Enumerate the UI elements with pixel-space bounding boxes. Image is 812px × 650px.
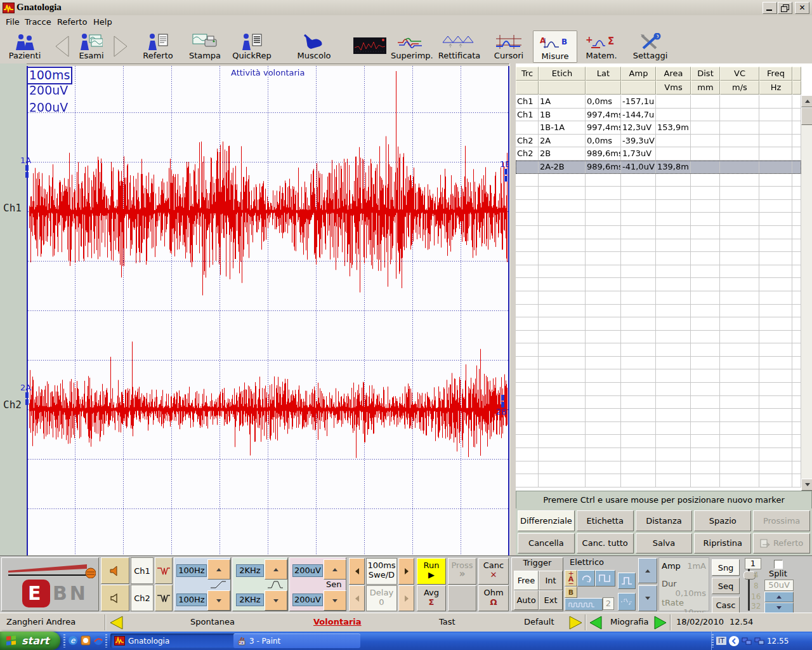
table-row[interactable]: Ch11A0,0ms-157,1u — [516, 95, 801, 109]
col-area[interactable]: Area — [656, 67, 691, 81]
table-row[interactable] — [516, 317, 801, 331]
stim-pulse-button[interactable] — [595, 570, 615, 587]
stim-loop-button[interactable] — [577, 570, 595, 587]
sweep-prev-button[interactable] — [349, 558, 365, 585]
phase-prev-icon[interactable] — [108, 616, 124, 630]
stim-train-button[interactable] — [565, 598, 603, 611]
table-row[interactable] — [516, 278, 801, 291]
network-icon[interactable] — [742, 637, 752, 646]
etichetta-button[interactable]: Etichetta — [577, 510, 634, 531]
stim-single-pulse-button[interactable] — [618, 573, 636, 589]
marker-1b-handle[interactable] — [504, 169, 508, 175]
trigger-int-button[interactable]: Int — [539, 571, 563, 590]
table-row[interactable]: 1B-1A997,4ms12,3uV153,9m — [516, 121, 801, 135]
run-button[interactable]: Run ▶ — [417, 558, 446, 585]
table-row[interactable] — [516, 239, 801, 253]
phase-tast[interactable]: Tast — [439, 617, 455, 627]
network2-icon[interactable] — [754, 637, 764, 646]
restore-button[interactable] — [778, 2, 792, 14]
marker-2b-label[interactable]: 2B — [496, 407, 507, 416]
table-row[interactable] — [516, 383, 801, 396]
trigger-ext-button[interactable]: Ext — [539, 590, 563, 610]
task-paint[interactable]: 3 - Paint — [233, 633, 360, 648]
trigger-free-button[interactable]: Free — [514, 571, 539, 590]
language-indicator[interactable]: IT — [716, 637, 726, 645]
col-dist[interactable]: Dist — [691, 67, 720, 81]
toolbar-quickrep-button[interactable]: QuickRep — [230, 30, 274, 62]
split-checkbox[interactable] — [774, 560, 783, 569]
table-row[interactable] — [516, 461, 801, 475]
ch2-notch-filter-button[interactable] — [155, 585, 173, 611]
ch1-speaker-button[interactable] — [101, 557, 129, 584]
col-freq[interactable]: Freq — [759, 67, 792, 81]
minimize-button[interactable] — [763, 2, 777, 14]
delay-prev-button[interactable] — [349, 585, 365, 611]
marker-2a-handle[interactable] — [25, 392, 29, 398]
table-row[interactable] — [516, 422, 801, 435]
start-button[interactable]: start — [0, 632, 60, 650]
toolbar-pazienti-button[interactable]: Pazienti — [4, 30, 46, 62]
prev-patient-button[interactable] — [53, 35, 71, 66]
col-vc[interactable]: VC — [720, 67, 759, 81]
menu-help[interactable]: Help — [90, 17, 115, 29]
toolbar-stampa-button[interactable]: Stampa — [185, 30, 225, 62]
toolbar-misure-button[interactable]: AB Misure — [533, 30, 577, 63]
phase-spontanea[interactable]: Spontanea — [190, 617, 235, 627]
marker-2a-label[interactable]: 2A — [20, 383, 31, 392]
stim-a-button[interactable]: + A − — [565, 570, 577, 587]
ch1-notch-filter-button[interactable] — [155, 557, 173, 584]
ch1-select-button[interactable]: Ch1 — [131, 557, 154, 584]
table-row[interactable] — [516, 435, 801, 448]
stim-double-pulse-button[interactable] — [618, 593, 636, 611]
stim-b-button[interactable]: B — [565, 587, 577, 598]
col-amp[interactable]: Amp — [621, 67, 656, 81]
toolbar-superimp-button[interactable]: Superimp. — [391, 30, 433, 62]
hide-icons-button[interactable] — [729, 636, 739, 646]
marker-1a-label[interactable]: 1A — [20, 156, 31, 165]
trigger-auto-button[interactable]: Auto — [514, 590, 539, 610]
quicklaunch-app-icon[interactable] — [80, 635, 91, 646]
highpass-down-button[interactable] — [207, 590, 230, 611]
col-etich[interactable]: Etich — [539, 67, 586, 81]
distanza-button[interactable]: Distanza — [636, 510, 693, 531]
table-row[interactable] — [516, 331, 801, 344]
col-trc[interactable]: Trc — [516, 67, 539, 81]
table-row[interactable] — [516, 200, 801, 213]
table-row[interactable] — [516, 174, 801, 187]
mode-sng-button[interactable]: Sng — [712, 559, 740, 576]
table-row[interactable]: Ch22B989,6ms1,73uV — [516, 147, 801, 161]
cancella-button[interactable]: Cancella — [518, 533, 575, 554]
split-down-button[interactable] — [764, 602, 794, 613]
task-gnatologia[interactable]: Gnatologia — [110, 633, 237, 648]
toolbar-muscolo-button[interactable]: Muscolo — [293, 30, 335, 62]
sensitivity-up-button[interactable] — [324, 559, 346, 580]
toolbar-cursori-button[interactable]: Cursori — [490, 30, 528, 62]
scroll-thumb[interactable] — [801, 107, 812, 125]
toolbar-rettificata-button[interactable]: Rettificata — [436, 30, 482, 62]
table-row[interactable] — [516, 305, 801, 318]
scroll-down-button[interactable] — [801, 479, 812, 491]
quicklaunch-ie-icon[interactable]: e — [67, 635, 78, 646]
scroll-up-button[interactable] — [801, 95, 812, 107]
marker-1a-handle[interactable] — [25, 165, 29, 171]
table-row[interactable]: Ch22A0,0ms-39,3uV — [516, 135, 801, 148]
table-row[interactable] — [516, 291, 801, 305]
toolbar-settaggi-button[interactable]: Settaggi — [629, 30, 671, 62]
ohm-button[interactable]: Ohm Ω — [478, 585, 509, 611]
avg-button[interactable]: Avg Σ — [417, 585, 446, 611]
ripristina-button[interactable]: Ripristina — [694, 533, 751, 554]
table-row[interactable]: Ch11B997,4ms-144,7u — [516, 109, 801, 122]
split-up-button[interactable] — [764, 592, 794, 602]
ch2-speaker-button[interactable] — [101, 585, 129, 611]
salva-button[interactable]: Salva — [636, 533, 693, 554]
stim-amp-up-button[interactable] — [638, 558, 657, 583]
menu-tracce[interactable]: Tracce — [22, 17, 55, 29]
table-row[interactable] — [516, 252, 801, 265]
table-row[interactable] — [516, 265, 801, 279]
table-scrollbar[interactable] — [801, 95, 812, 491]
lowpass-up-button[interactable] — [265, 559, 287, 580]
table-row[interactable] — [516, 369, 801, 383]
mode-seq-button[interactable]: Seq — [712, 578, 740, 594]
table-row[interactable] — [516, 213, 801, 226]
ch2-select-button[interactable]: Ch2 — [131, 585, 154, 611]
